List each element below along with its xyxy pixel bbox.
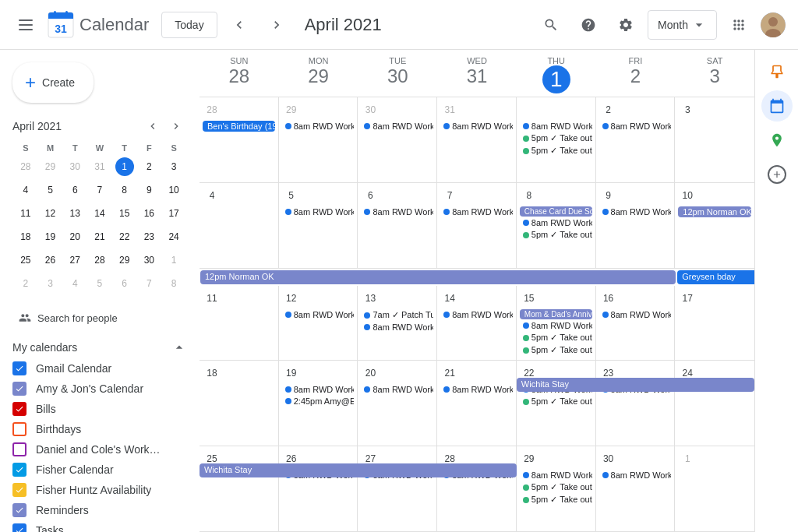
event-rwd-apr12[interactable]: 8am RWD Work (282, 309, 355, 320)
event-rwd-apr13[interactable]: 8am RWD Work (361, 322, 433, 333)
event-wichita-stay-w4[interactable]: Wichita Stay (517, 378, 754, 392)
day-apr11[interactable]: 11 (200, 286, 279, 360)
view-selector-button[interactable]: Month (648, 10, 717, 40)
mini-cal-next[interactable] (165, 115, 187, 137)
mini-cal-day[interactable]: 28 (88, 249, 111, 271)
create-button[interactable]: + Create (12, 62, 94, 103)
right-panel-maps[interactable] (761, 125, 793, 156)
day-apr30[interactable]: 30 8am RWD Work (596, 446, 676, 531)
event-norman-ok-apr10[interactable]: 12pm Norman OK (678, 206, 751, 217)
day-mar31[interactable]: 31 8am RWD Work (437, 97, 517, 182)
calendar-item-tasks[interactable]: Tasks (0, 520, 187, 532)
day-mar28[interactable]: 28 Ben's Birthday (1981) (200, 97, 279, 182)
day-apr12[interactable]: 12 8am RWD Work (279, 286, 358, 360)
mini-cal-day[interactable]: 8 (113, 179, 136, 201)
next-month-button[interactable] (261, 9, 292, 41)
day-apr28[interactable]: 28 8am RWD Work (437, 446, 517, 531)
mini-cal-day[interactable]: 10 (162, 179, 185, 201)
mini-cal-day[interactable]: 31 (88, 156, 111, 178)
calendar-item-danielandc[interactable]: Daniel and Cole's Work Sc... (0, 439, 187, 460)
event-mom-dad-anniv[interactable]: Mom & Dad's Annive (520, 309, 592, 319)
day-may1[interactable]: 1 (675, 446, 754, 531)
day-apr5[interactable]: 5 8am RWD Work (279, 183, 358, 268)
mini-cal-day[interactable]: 7 (88, 179, 111, 201)
event-rwd-apr5[interactable]: 8am RWD Work (282, 206, 355, 217)
day-apr26[interactable]: 26 8am RWD Work (279, 446, 358, 531)
event-rwd-apr6[interactable]: 8am RWD Work (361, 206, 433, 217)
help-button[interactable] (573, 9, 604, 41)
day-apr25[interactable]: 25 (200, 446, 279, 531)
event-rwd-mar31[interactable]: 8am RWD Work (440, 121, 513, 132)
event-rwd-apr21[interactable]: 8am RWD Work (440, 384, 513, 395)
day-apr8[interactable]: 8 Chase Card Due Soo 8am RWD Work 5pm ✓ … (517, 183, 596, 268)
day-apr2[interactable]: 2 8am RWD Work (596, 97, 676, 182)
mini-cal-day[interactable]: 1 (113, 156, 136, 178)
calendar-item-fishercale[interactable]: Fisher Calendar (0, 460, 187, 480)
event-takeout-re[interactable]: 5pm ✓ Take out re (520, 132, 592, 144)
mini-cal-day[interactable]: 25 (14, 249, 37, 271)
day-apr27[interactable]: 27 8am RWD Work (358, 446, 437, 531)
mini-cal-day[interactable]: 4 (63, 273, 87, 294)
mini-cal-day[interactable]: 18 (14, 226, 37, 248)
day-apr18[interactable]: 18 (200, 361, 279, 446)
people-search[interactable]: Search for people (6, 305, 193, 330)
calendar-checkbox[interactable] (12, 402, 26, 416)
event-rwd-apr15[interactable]: 8am RWD Work (520, 320, 592, 331)
event-rwd-apr1[interactable]: 8am RWD Work (520, 121, 592, 132)
mini-cal-day[interactable]: 24 (162, 226, 185, 248)
day-apr3[interactable]: 3 (675, 97, 754, 182)
event-rwd-apr16[interactable]: 8am RWD Work (599, 309, 672, 320)
event-rwd-apr9[interactable]: 8am RWD Work (599, 206, 672, 217)
day-apr19[interactable]: 19 8am RWD Work 2:45pm Amy@EyeD (279, 361, 358, 446)
mini-cal-day[interactable]: 27 (63, 249, 87, 271)
event-amy-eyed[interactable]: 2:45pm Amy@EyeD (282, 396, 355, 407)
day-apr6[interactable]: 6 8am RWD Work (358, 183, 437, 268)
mini-cal-day[interactable]: 5 (39, 179, 62, 201)
event-rwd-apr7[interactable]: 8am RWD Work (440, 206, 513, 217)
mini-cal-day[interactable]: 5 (88, 273, 111, 294)
settings-button[interactable] (610, 9, 641, 41)
calendar-checkbox[interactable] (12, 382, 26, 396)
mini-cal-prev[interactable] (142, 115, 164, 137)
calendar-item-birthdays[interactable]: Birthdays (0, 419, 187, 439)
mini-cal-day[interactable]: 6 (63, 179, 87, 201)
search-button[interactable] (535, 9, 567, 41)
day-apr15[interactable]: 15 Mom & Dad's Annive 8am RWD Work 5pm ✓… (517, 286, 596, 360)
prev-month-button[interactable] (224, 9, 255, 41)
apps-button[interactable] (723, 9, 754, 41)
day-apr29[interactable]: 29 8am RWD Work 5pm ✓ Take out re 5pm ✓ … (517, 446, 596, 531)
calendar-checkbox[interactable] (12, 483, 26, 497)
calendar-checkbox[interactable] (12, 503, 26, 517)
mini-cal-day[interactable]: 6 (113, 273, 136, 294)
right-panel-keep[interactable] (761, 56, 793, 87)
mini-cal-day[interactable]: 1 (162, 249, 185, 271)
mini-cal-day[interactable]: 26 (39, 249, 62, 271)
calendar-item-amyjonscal[interactable]: Amy & Jon's Calendar (0, 379, 187, 399)
calendar-item-fisherhunt[interactable]: Fisher Huntz Availability (0, 480, 187, 500)
calendar-checkbox[interactable] (12, 442, 26, 456)
mini-cal-day[interactable]: 3 (162, 156, 185, 178)
day-apr4[interactable]: 4 (200, 183, 279, 268)
calendar-item-reminders[interactable]: Reminders (0, 500, 187, 520)
event-takeout-tr-apr15[interactable]: 5pm ✓ Take out tr (520, 344, 592, 356)
calendar-item-bills[interactable]: Bills (0, 399, 187, 419)
event-norman-ok-span[interactable]: 12pm Norman OK (200, 270, 676, 284)
mini-cal-day[interactable]: 19 (39, 226, 62, 248)
my-calendars-header[interactable]: My calendars (0, 336, 200, 358)
event-rwd-apr14[interactable]: 8am RWD Work (440, 309, 513, 320)
day-apr20[interactable]: 20 8am RWD Work (358, 361, 437, 446)
event-rwd-mar29[interactable]: 8am RWD Work (282, 121, 355, 132)
mini-cal-day[interactable]: 30 (63, 156, 87, 178)
day-apr7[interactable]: 7 8am RWD Work (437, 183, 517, 268)
mini-cal-day[interactable]: 2 (14, 273, 37, 294)
today-button[interactable]: Today (161, 12, 217, 38)
event-rwd-apr2[interactable]: 8am RWD Work (599, 121, 672, 132)
day-apr9[interactable]: 9 8am RWD Work (596, 183, 676, 268)
mini-cal-day[interactable]: 22 (113, 226, 136, 248)
event-takeout-apr22[interactable]: 5pm ✓ Take out tr (520, 396, 592, 407)
right-panel-calendar[interactable] (761, 90, 793, 122)
mini-cal-day[interactable]: 7 (138, 273, 161, 294)
event-patch-tue[interactable]: 7am ✓ Patch Tues (361, 309, 433, 321)
user-avatar[interactable] (761, 12, 786, 37)
mini-cal-day[interactable]: 17 (162, 203, 185, 224)
